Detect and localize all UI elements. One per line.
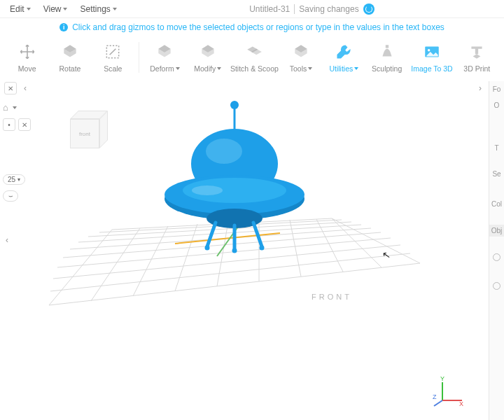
axis-x-label: X	[459, 400, 463, 407]
svg-point-37	[260, 246, 265, 251]
menu-edit[interactable]: Edit	[4, 2, 36, 16]
print-icon	[467, 42, 486, 62]
model-ufo	[164, 101, 304, 253]
tool-tools-label: Tools	[290, 64, 313, 73]
tool-deform[interactable]: Deform	[146, 41, 183, 74]
tool-3d-print[interactable]: 3D Print	[458, 41, 496, 74]
right-panel-collapsed[interactable]: Fo O T Se Col Obj	[489, 81, 504, 420]
grid-front-label: FRONT	[312, 293, 352, 301]
tool-print-label: 3D Print	[463, 64, 490, 73]
svg-line-16	[133, 226, 168, 296]
toolbar-separator	[139, 42, 139, 73]
axis-gizmo[interactable]: Y X Z	[433, 375, 465, 407]
svg-line-15	[91, 228, 140, 301]
stitch-icon	[244, 42, 264, 62]
svg-line-40	[434, 400, 442, 406]
tool-image-to-3d[interactable]: Image To 3D	[411, 41, 452, 74]
caret-icon	[63, 8, 67, 10]
modify-icon	[198, 42, 218, 62]
rotate-icon	[60, 42, 80, 62]
svg-rect-1	[386, 45, 388, 48]
workspace: ✕ ‹ › ⌂ • ✕ 25▾ ⌣ ‹ front	[0, 81, 504, 420]
svg-line-23	[332, 218, 420, 263]
svg-line-17	[175, 224, 197, 291]
tool-image-to-3d-label: Image To 3D	[411, 64, 452, 73]
menubar: Edit View Settings Untitled-31 Saving ch…	[0, 0, 504, 18]
deform-icon	[155, 42, 174, 62]
svg-line-6	[53, 245, 400, 279]
side-obj[interactable]: Obj	[489, 225, 504, 237]
caret-icon	[27, 8, 31, 10]
utilities-icon	[334, 42, 354, 62]
caret-icon	[354, 67, 358, 70]
svg-point-29	[206, 139, 242, 164]
svg-point-27	[230, 101, 239, 109]
hint-text: Click and drag gizmos to move the select…	[72, 22, 444, 32]
menu-settings[interactable]: Settings	[74, 2, 122, 16]
axis-y-label: Y	[440, 375, 444, 382]
svg-line-7	[57, 238, 391, 267]
caret-icon	[176, 67, 180, 70]
axis-z-label: Z	[433, 393, 437, 400]
svg-line-22	[332, 218, 382, 267]
menu-settings-label: Settings	[80, 4, 110, 14]
save-status: Saving changes	[299, 4, 358, 14]
side-o[interactable]: O	[494, 100, 500, 111]
caret-icon	[113, 8, 117, 10]
tool-scale-label: Scale	[104, 64, 122, 73]
scale-icon	[103, 42, 122, 62]
hint-bar: i Click and drag gizmos to move the sele…	[0, 18, 504, 39]
sync-icon	[363, 4, 374, 15]
tool-utilities[interactable]: Utilities	[326, 41, 363, 74]
radio-1[interactable]	[493, 253, 500, 261]
tool-deform-label: Deform	[150, 64, 179, 73]
image-to-3d-icon	[422, 42, 442, 62]
tools-icon	[291, 42, 311, 62]
toolbar: Move Rotate Scale Deform Modify Stitch &…	[0, 39, 504, 82]
menu-edit-label: Edit	[10, 4, 24, 14]
tool-scale[interactable]: Scale	[94, 41, 132, 74]
tool-modify[interactable]: Modify	[189, 41, 226, 74]
move-icon	[18, 42, 37, 62]
viewport[interactable]: ✕ ‹ › ⌂ • ✕ 25▾ ⌣ ‹ front	[0, 81, 489, 420]
tool-sculpting-label: Sculpting	[372, 64, 402, 73]
svg-point-33	[192, 186, 223, 195]
info-icon: i	[59, 23, 68, 31]
tool-tools[interactable]: Tools	[282, 41, 319, 74]
grid-and-model: FRONT	[0, 81, 489, 420]
tool-rotate-label: Rotate	[59, 64, 81, 73]
tool-stitch-label: Stitch & Scoop	[230, 64, 279, 73]
tool-stitch-scoop[interactable]: Stitch & Scoop	[232, 41, 276, 74]
title-separator	[294, 4, 295, 14]
tool-sculpting[interactable]: Sculpting	[368, 41, 405, 74]
menu-view-label: View	[43, 4, 62, 14]
caret-icon	[217, 67, 221, 70]
side-t[interactable]: T	[494, 143, 498, 153]
svg-point-35	[205, 246, 210, 251]
cursor-icon: ↖	[382, 248, 392, 261]
side-col[interactable]: Col	[491, 199, 502, 209]
tool-rotate[interactable]: Rotate	[51, 41, 88, 74]
tool-modify-label: Modify	[194, 64, 221, 73]
tool-move-label: Move	[18, 64, 36, 73]
radio-2[interactable]	[493, 282, 500, 290]
svg-line-4	[49, 263, 420, 305]
svg-line-5	[50, 253, 410, 291]
svg-line-8	[63, 232, 381, 258]
svg-point-3	[428, 49, 430, 51]
tool-move[interactable]: Move	[8, 41, 46, 74]
tool-utilities-label: Utilities	[329, 64, 358, 73]
caret-icon	[308, 67, 312, 70]
title-bar: Untitled-31 Saving changes	[124, 4, 500, 15]
document-title: Untitled-31	[249, 4, 290, 14]
sculpting-icon	[377, 42, 397, 62]
svg-point-36	[232, 248, 237, 253]
side-fo[interactable]: Fo	[493, 84, 501, 94]
menu-view[interactable]: View	[38, 2, 74, 16]
side-se[interactable]: Se	[492, 169, 500, 179]
